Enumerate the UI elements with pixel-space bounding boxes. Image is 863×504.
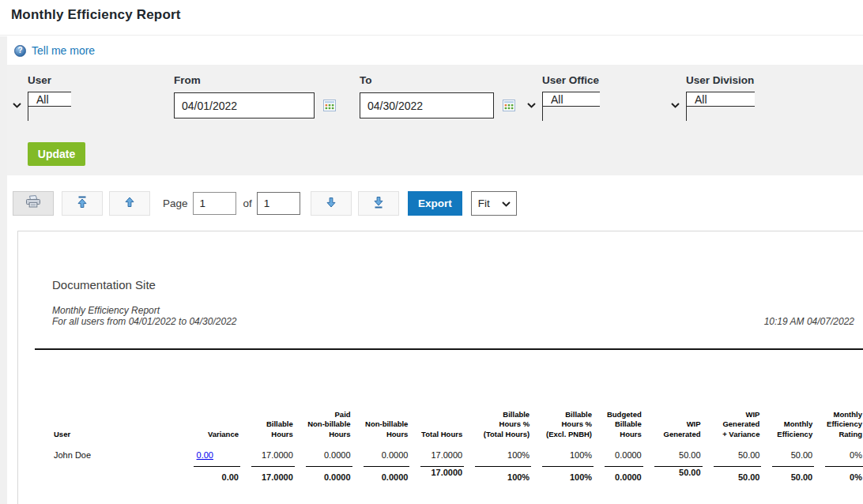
arrow-down-icon	[326, 196, 337, 211]
chevron-down-icon	[13, 103, 21, 108]
question-circle-icon: ?	[14, 45, 26, 57]
page-title: Monthly Efficiency Report	[0, 0, 863, 23]
header-cell: User	[35, 410, 183, 439]
to-date-input[interactable]	[360, 92, 494, 118]
previous-page-button[interactable]	[109, 191, 150, 216]
data-cell: 17.0000	[240, 439, 295, 460]
to-date-label: To	[360, 74, 515, 86]
user-office-filter: User Office All	[542, 74, 599, 121]
data-cell: 0.0000	[594, 439, 643, 460]
arrow-up-icon	[124, 196, 135, 211]
calendar-icon[interactable]	[323, 100, 336, 111]
from-date-label: From	[174, 74, 336, 86]
from-date-input[interactable]	[174, 92, 315, 118]
printer-icon	[24, 195, 42, 212]
export-button[interactable]: Export	[408, 191, 462, 216]
report-subtitle: For all users from 04/01/2022 to 04/30/2…	[52, 316, 236, 327]
tell-me-more-link[interactable]: ? Tell me more	[14, 44, 95, 57]
print-button[interactable]	[13, 191, 54, 216]
to-date-filter: To	[360, 74, 515, 118]
header-cell: Billable Hours % (Excl. PNBH)	[531, 410, 594, 439]
table-totals-row: 0.00 17.0000 0.0000 0.0000 17.0000 100% …	[35, 467, 863, 482]
arrow-down-bar-icon	[373, 196, 384, 211]
total-cell: 100%	[464, 467, 531, 482]
current-page-input[interactable]	[193, 192, 236, 215]
chevron-down-icon	[671, 103, 680, 108]
total-cell: 17.0000	[409, 467, 464, 482]
report-toolbar: Page of Export Fit	[7, 175, 863, 231]
user-division-select[interactable]: All	[687, 93, 755, 106]
total-cell: 17.0000	[240, 467, 295, 482]
total-cell: 0.0000	[295, 467, 352, 482]
user-division-filter: User Division All	[686, 74, 754, 121]
left-gutter	[0, 36, 7, 504]
report-header-rule	[35, 348, 863, 350]
user-office-label: User Office	[542, 74, 599, 86]
variance-link[interactable]: 0.00	[197, 450, 213, 460]
first-page-button[interactable]	[62, 191, 103, 216]
data-cell: 100%	[464, 439, 531, 460]
user-filter: User All	[28, 74, 70, 121]
page-header: Monthly Efficiency Report	[0, 0, 863, 36]
user-division-label: User Division	[686, 74, 754, 86]
table-header-row: User Variance Billable Hours Paid Non-bi…	[35, 410, 863, 439]
efficiency-table: User Variance Billable Hours Paid Non-bi…	[35, 410, 863, 482]
header-cell: Billable Hours % (Total Hours)	[464, 410, 531, 439]
user-office-select[interactable]: All	[543, 93, 600, 106]
total-cell: 0.0000	[352, 467, 410, 482]
user-select[interactable]: All	[28, 93, 71, 106]
totals-separator-row	[35, 460, 863, 467]
last-page-button[interactable]	[358, 191, 399, 216]
variance-cell: 0.00	[183, 439, 240, 460]
data-cell: 50.00	[703, 439, 762, 460]
total-cell: 0.0000	[594, 467, 643, 482]
data-cell: 17.0000	[409, 439, 464, 460]
user-division-select-wrap: All	[686, 92, 755, 121]
data-cell: 50.00	[761, 439, 814, 460]
of-label: of	[243, 197, 252, 209]
header-cell: WIP Generated + Variance	[703, 410, 762, 439]
tell-me-more-label: Tell me more	[32, 44, 95, 57]
update-button[interactable]: Update	[28, 142, 85, 166]
monthly-efficiency-report-screen: Monthly Efficiency Report ? Tell me more…	[0, 0, 863, 504]
total-cell: 100%	[531, 467, 594, 482]
user-filter-label: User	[28, 74, 70, 86]
total-cell: 50.00	[703, 467, 762, 482]
table-data-row: John Doe 0.00 17.0000 0.0000 0.0000 17.0…	[35, 439, 863, 460]
report-company-name: Documentation Site	[52, 278, 156, 291]
user-cell: John Doe	[35, 439, 183, 460]
filter-panel: User All From To User Office	[7, 65, 863, 175]
report-preview: Documentation Site Monthly Efficiency Re…	[17, 231, 863, 504]
total-pages-input[interactable]	[257, 192, 300, 215]
help-row: ? Tell me more	[7, 36, 863, 65]
header-cell: Non-billable Hours	[352, 410, 410, 439]
total-cell: 50.00	[643, 467, 703, 482]
header-cell: Monthly Efficiency	[761, 410, 814, 439]
arrow-up-bar-icon	[77, 196, 88, 211]
total-cell: 50.00	[761, 467, 814, 482]
header-cell: WIP Generated	[643, 410, 703, 439]
data-cell: 0.0000	[295, 439, 352, 460]
user-select-wrap: All	[28, 92, 71, 121]
header-cell: Monthly Efficiency Rating	[814, 410, 863, 439]
user-office-select-wrap: All	[542, 92, 600, 121]
header-cell: Variance	[183, 410, 240, 439]
data-cell: 50.00	[643, 439, 703, 460]
calendar-icon[interactable]	[503, 100, 515, 111]
zoom-select[interactable]: Fit	[472, 192, 516, 215]
chevron-down-icon	[527, 103, 536, 108]
data-cell: 0%	[814, 439, 863, 460]
report-title: Monthly Efficiency Report	[52, 305, 160, 316]
from-date-filter: From	[174, 74, 336, 118]
next-page-button[interactable]	[311, 191, 352, 216]
header-cell: Budgeted Billable Hours	[594, 410, 643, 439]
header-cell: Paid Non-billable Hours	[295, 410, 352, 439]
data-cell: 100%	[531, 439, 594, 460]
data-cell: 0.0000	[352, 439, 410, 460]
total-cell: 0%	[814, 467, 863, 482]
zoom-select-wrap: Fit	[471, 191, 517, 216]
page-label: Page	[163, 197, 188, 209]
total-cell: 0.00	[183, 467, 240, 482]
header-cell: Billable Hours	[240, 410, 295, 439]
header-cell: Total Hours	[409, 410, 464, 439]
